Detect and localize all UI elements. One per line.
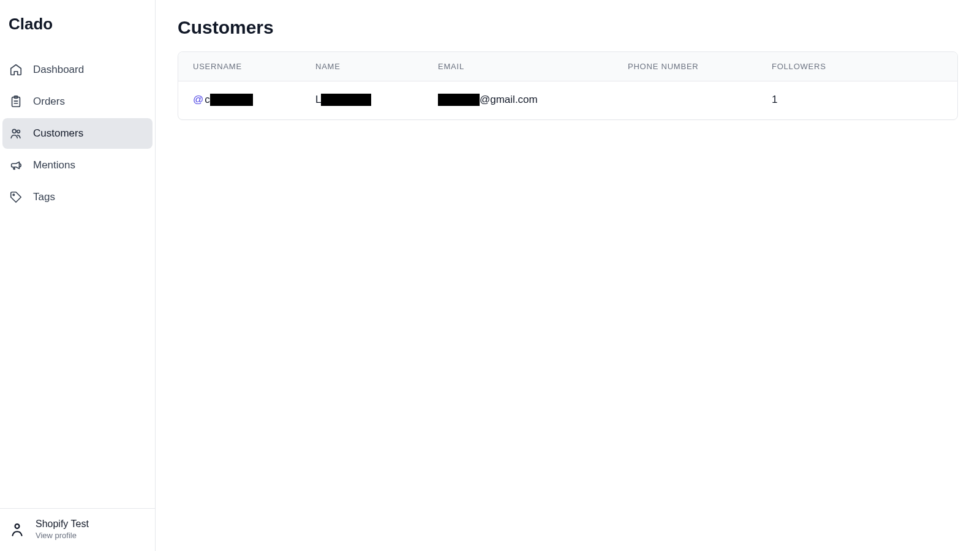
- sidebar-item-label: Dashboard: [33, 64, 84, 76]
- sidebar-item-customers[interactable]: Customers: [2, 118, 153, 149]
- table-row[interactable]: @c L @gmail.com 1: [178, 81, 957, 119]
- svg-point-3: [17, 130, 20, 133]
- cell-name: L: [315, 94, 438, 106]
- sidebar-item-mentions[interactable]: Mentions: [2, 150, 153, 181]
- users-icon: [9, 126, 23, 141]
- table-header-row: USERNAME NAME EMAIL PHONE NUMBER FOLLOWE…: [178, 52, 957, 81]
- sidebar-footer-profile[interactable]: Shopify Test View profile: [0, 508, 155, 551]
- sidebar-item-label: Tags: [33, 191, 55, 203]
- username-visible: c: [205, 94, 210, 106]
- svg-point-2: [12, 129, 16, 133]
- customers-table: USERNAME NAME EMAIL PHONE NUMBER FOLLOWE…: [178, 51, 958, 120]
- avatar-icon: [9, 521, 26, 538]
- col-header-followers: FOLLOWERS: [772, 62, 839, 71]
- sidebar-nav: Dashboard Orders Customers Mentions Tags: [0, 40, 155, 214]
- cell-followers: 1: [772, 94, 839, 106]
- sidebar-item-label: Orders: [33, 96, 65, 108]
- sidebar-item-dashboard[interactable]: Dashboard: [2, 54, 153, 85]
- sidebar-item-tags[interactable]: Tags: [2, 182, 153, 212]
- redacted-block: [321, 94, 371, 106]
- footer-profile-sub: View profile: [36, 531, 89, 540]
- tag-icon: [9, 190, 23, 204]
- cell-email: @gmail.com: [438, 94, 628, 106]
- brand-title: Clado: [0, 0, 155, 40]
- username-at: @: [193, 94, 203, 106]
- sidebar: Clado Dashboard Orders Customers Mention…: [0, 0, 156, 551]
- svg-point-5: [15, 524, 20, 528]
- col-header-name: NAME: [315, 62, 438, 71]
- sidebar-item-label: Customers: [33, 127, 83, 140]
- name-visible: L: [315, 94, 321, 106]
- col-header-username: USERNAME: [193, 62, 315, 71]
- home-icon: [9, 62, 23, 77]
- redacted-block: [438, 94, 480, 106]
- sidebar-item-label: Mentions: [33, 159, 75, 171]
- main-content: Customers USERNAME NAME EMAIL PHONE NUMB…: [156, 0, 980, 551]
- col-header-email: EMAIL: [438, 62, 628, 71]
- page-title: Customers: [178, 17, 958, 38]
- col-header-phone: PHONE NUMBER: [628, 62, 772, 71]
- megaphone-icon: [9, 158, 23, 173]
- clipboard-icon: [9, 94, 23, 109]
- redacted-block: [210, 94, 253, 106]
- cell-username: @c: [193, 94, 315, 106]
- svg-point-4: [13, 194, 14, 195]
- footer-text: Shopify Test View profile: [36, 519, 89, 540]
- email-suffix: @gmail.com: [480, 94, 538, 106]
- footer-profile-name: Shopify Test: [36, 519, 89, 530]
- sidebar-item-orders[interactable]: Orders: [2, 86, 153, 117]
